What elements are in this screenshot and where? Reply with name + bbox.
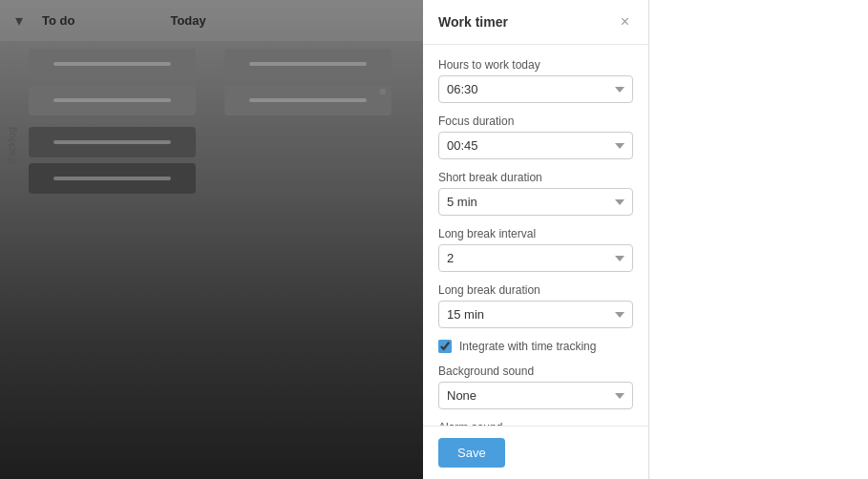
hours-to-work-select[interactable]: 06:30 06:00 07:00 08:00 [438, 75, 633, 103]
focus-duration-group: Focus duration 00:45 00:25 01:00 [438, 115, 633, 159]
modal-overlay [0, 0, 423, 479]
save-button[interactable]: Save [438, 438, 505, 468]
long-break-interval-select[interactable]: 2 3 4 [438, 244, 633, 272]
long-break-interval-label: Long break interval [438, 227, 633, 240]
focus-duration-select[interactable]: 00:45 00:25 01:00 [438, 132, 633, 159]
modal-title: Work timer [438, 14, 508, 30]
modal-close-button[interactable]: × [617, 11, 633, 32]
left-board-panel: ▾ To do Today Backlog [0, 0, 423, 479]
short-break-label: Short break duration [438, 171, 633, 184]
time-tracking-checkbox[interactable] [438, 340, 452, 353]
long-break-interval-group: Long break interval 2 3 4 [438, 227, 633, 272]
hours-to-work-label: Hours to work today [438, 58, 633, 72]
long-break-duration-label: Long break duration [438, 283, 633, 297]
long-break-duration-group: Long break duration 15 min 20 min 30 min [438, 283, 633, 328]
short-break-select[interactable]: 5 min 10 min 15 min [438, 188, 633, 216]
time-tracking-checkbox-group: Integrate with time tracking [438, 340, 633, 353]
modal-body: Hours to work today 06:30 06:00 07:00 08… [423, 45, 648, 426]
focus-duration-label: Focus duration [438, 115, 633, 128]
modal-footer: Save [423, 426, 648, 479]
background-sound-label: Background sound [438, 364, 633, 378]
background-sound-select[interactable]: None Rain Coffee shop White noise [438, 382, 633, 409]
background-sound-group: Background sound None Rain Coffee shop W… [438, 364, 633, 409]
time-tracking-checkbox-label[interactable]: Integrate with time tracking [459, 340, 596, 353]
long-break-duration-select[interactable]: 15 min 20 min 30 min [438, 301, 633, 328]
short-break-group: Short break duration 5 min 10 min 15 min [438, 171, 633, 216]
modal-header: Work timer × [423, 0, 648, 45]
hours-to-work-group: Hours to work today 06:30 06:00 07:00 08… [438, 58, 633, 103]
work-timer-modal: Work timer × Hours to work today 06:30 0… [423, 0, 649, 479]
